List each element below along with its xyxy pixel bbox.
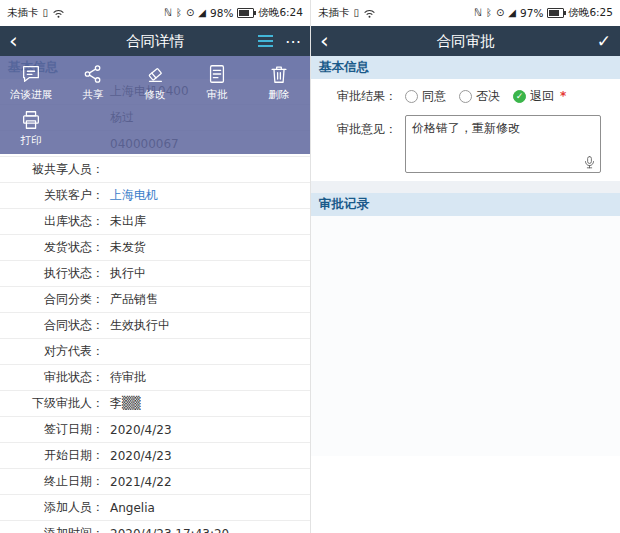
menu-item-label: 洽谈进展	[10, 88, 52, 102]
field-label: 开始日期：	[0, 447, 104, 464]
field-label: 审批状态：	[0, 369, 104, 386]
menu-item-print[interactable]: 打印	[0, 102, 62, 148]
location-icon: ⊙	[186, 8, 194, 18]
wifi-icon	[52, 8, 65, 19]
section-header-approval-records: 审批记录	[311, 193, 620, 216]
nfc-icon: ℕ	[164, 8, 172, 18]
field-value: 2021/4/22	[110, 475, 172, 489]
field-label: 关联客户：	[0, 187, 104, 204]
row-contract-category: 合同分类： 产品销售	[0, 287, 310, 313]
approval-form: 审批结果： ✓ 同意 ✓ 否决 ✓ 退回 * 审批意见： 价	[311, 79, 620, 181]
approval-doc-icon	[206, 63, 228, 85]
field-value: 2020/4/23 17:43:20	[110, 527, 229, 533]
chat-progress-icon	[20, 63, 42, 85]
field-label: 签订日期：	[0, 421, 104, 438]
field-value: 未发货	[110, 239, 146, 256]
row-approval-status: 审批状态： 待审批	[0, 365, 310, 391]
radio-option-agree[interactable]: ✓ 同意	[405, 88, 446, 105]
field-label: 添加人员：	[0, 499, 104, 516]
battery-percent: 97%	[520, 7, 543, 19]
sim-card-icon: ▯	[43, 8, 49, 18]
clock-label: 傍晚6:24	[258, 6, 303, 20]
field-value: 李▒▒	[110, 395, 140, 412]
row-start-date: 开始日期： 2020/4/23	[0, 443, 310, 469]
radio-icon[interactable]: ✓	[513, 90, 526, 103]
field-value: 产品销售	[110, 291, 158, 308]
row-added-time: 添加时间： 2020/4/23 17:43:20	[0, 521, 310, 533]
opinion-text: 价格错了，重新修改	[412, 121, 520, 135]
page-title: 合同详情	[40, 32, 270, 51]
share-icon	[82, 63, 104, 85]
field-label: 发货状态：	[0, 239, 104, 256]
more-options-icon[interactable]: ⋯	[285, 32, 301, 51]
menu-item-label: 审批	[207, 88, 228, 102]
field-value: 执行中	[110, 265, 146, 282]
action-menu-overlay: 洽谈进展 共享 修改 审批	[0, 56, 310, 154]
menu-item-label: 修改	[145, 88, 166, 102]
row-shipping-status: 发货状态： 未发货	[0, 235, 310, 261]
trash-icon	[268, 63, 290, 85]
field-label: 下级审批人：	[0, 395, 104, 412]
menu-item-edit[interactable]: 修改	[124, 56, 186, 102]
submit-check-icon[interactable]: ✓	[597, 31, 611, 51]
menu-item-label: 删除	[269, 88, 290, 102]
sim-card-icon: ▯	[354, 8, 360, 18]
wifi-icon	[363, 8, 376, 19]
contract-detail-screen: 未插卡 ▯ ℕ ᛒ ⊙ ◢ 98% 傍晚6:24 ‹ 合同详情 ⋯ 基本信息 上	[0, 0, 310, 533]
opinion-textarea[interactable]: 价格错了，重新修改	[405, 115, 601, 173]
radio-icon[interactable]: ✓	[459, 90, 472, 103]
menu-item-delete[interactable]: 删除	[248, 56, 310, 102]
row-outbound-status: 出库状态： 未出库	[0, 209, 310, 235]
required-asterisk: *	[560, 89, 566, 103]
field-label: 合同分类：	[0, 291, 104, 308]
radio-label: 退回	[530, 88, 554, 105]
radio-option-return[interactable]: ✓ 退回 *	[513, 88, 566, 105]
opinion-label: 审批意见：	[311, 115, 397, 138]
radio-icon[interactable]: ✓	[405, 90, 418, 103]
microphone-icon[interactable]	[582, 155, 597, 170]
menu-icon[interactable]	[258, 35, 273, 47]
battery-icon	[237, 8, 254, 18]
back-button[interactable]: ‹	[320, 28, 338, 54]
field-label: 添加时间：	[0, 525, 104, 533]
section-divider	[311, 181, 620, 193]
customer-link[interactable]: 上海电机	[110, 187, 158, 204]
menu-item-label: 共享	[83, 88, 104, 102]
menu-item-share[interactable]: 共享	[62, 56, 124, 102]
field-value: 待审批	[110, 369, 146, 386]
back-button[interactable]: ‹	[9, 28, 27, 54]
field-value: 生效执行中	[110, 317, 170, 334]
field-value: 2020/4/23	[110, 423, 172, 437]
menu-item-label: 打印	[21, 134, 42, 148]
section-header-basic-info: 基本信息	[311, 56, 620, 79]
bluetooth-icon: ᛒ	[486, 8, 492, 18]
field-label: 被共享人员：	[0, 161, 104, 178]
contract-approval-screen: 未插卡 ▯ ℕ ᛒ ⊙ ◢ 97% 傍晚6:25 ‹ 合同审批 ✓ 基本信息 审…	[310, 0, 620, 533]
menu-item-negotiation-progress[interactable]: 洽谈进展	[0, 56, 62, 102]
field-label: 终止日期：	[0, 473, 104, 490]
radio-label: 同意	[422, 88, 446, 105]
status-bar: 未插卡 ▯ ℕ ᛒ ⊙ ◢ 98% 傍晚6:24	[0, 0, 310, 26]
field-label: 出库状态：	[0, 213, 104, 230]
row-execution-status: 执行状态： 执行中	[0, 261, 310, 287]
field-label: 合同状态：	[0, 317, 104, 334]
clock-label: 傍晚6:25	[568, 6, 613, 20]
row-related-customer: 关联客户： 上海电机	[0, 183, 310, 209]
field-label: 执行状态：	[0, 265, 104, 282]
nav-bar: ‹ 合同详情 ⋯	[0, 26, 310, 56]
carrier-label: 未插卡	[7, 6, 39, 20]
menu-item-approve[interactable]: 审批	[186, 56, 248, 102]
field-value: Angelia	[110, 501, 155, 515]
row-counterpart-rep: 对方代表：	[0, 339, 310, 365]
location-icon: ⊙	[496, 8, 504, 18]
field-value: 未出库	[110, 213, 146, 230]
row-shared-staff: 被共享人员：	[0, 157, 310, 183]
approval-opinion-row: 审批意见： 价格错了，重新修改	[311, 115, 620, 173]
bluetooth-icon: ᛒ	[176, 8, 182, 18]
carrier-label: 未插卡	[318, 6, 350, 20]
nav-bar: ‹ 合同审批 ✓	[311, 26, 620, 56]
printer-icon	[20, 109, 42, 131]
radio-option-reject[interactable]: ✓ 否决	[459, 88, 500, 105]
row-sign-date: 签订日期： 2020/4/23	[0, 417, 310, 443]
row-next-approver: 下级审批人： 李▒▒	[0, 391, 310, 417]
